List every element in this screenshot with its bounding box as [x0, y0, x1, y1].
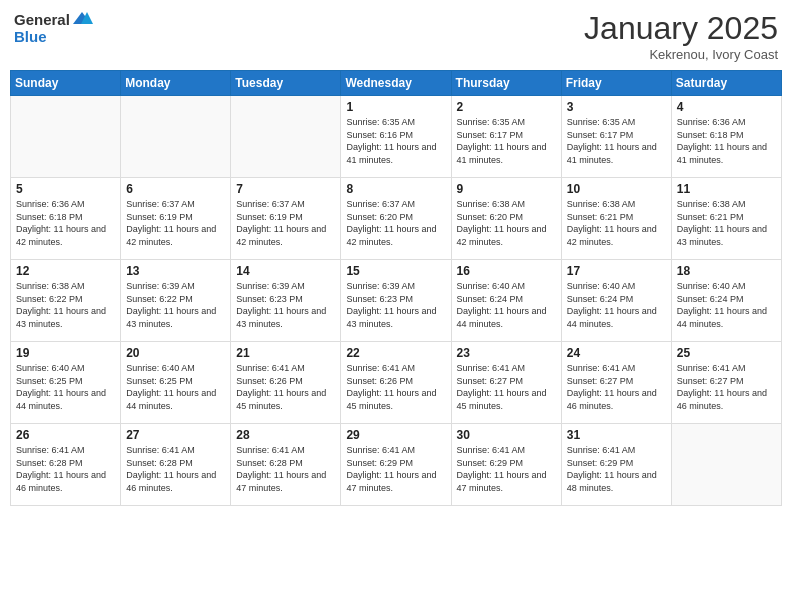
day-number: 5: [16, 182, 115, 196]
day-number: 8: [346, 182, 445, 196]
calendar-cell: 8Sunrise: 6:37 AMSunset: 6:20 PMDaylight…: [341, 178, 451, 260]
calendar-cell: 24Sunrise: 6:41 AMSunset: 6:27 PMDayligh…: [561, 342, 671, 424]
calendar-week-1: 1Sunrise: 6:35 AMSunset: 6:16 PMDaylight…: [11, 96, 782, 178]
logo-icon: [71, 10, 93, 28]
header: General Blue January 2025 Kekrenou, Ivor…: [10, 10, 782, 62]
day-number: 15: [346, 264, 445, 278]
day-info: Sunrise: 6:38 AMSunset: 6:20 PMDaylight:…: [457, 198, 556, 248]
day-number: 10: [567, 182, 666, 196]
day-number: 11: [677, 182, 776, 196]
day-info: Sunrise: 6:35 AMSunset: 6:17 PMDaylight:…: [567, 116, 666, 166]
day-number: 21: [236, 346, 335, 360]
calendar-cell: 31Sunrise: 6:41 AMSunset: 6:29 PMDayligh…: [561, 424, 671, 506]
col-monday: Monday: [121, 71, 231, 96]
day-info: Sunrise: 6:41 AMSunset: 6:26 PMDaylight:…: [346, 362, 445, 412]
day-info: Sunrise: 6:40 AMSunset: 6:25 PMDaylight:…: [16, 362, 115, 412]
day-number: 27: [126, 428, 225, 442]
day-number: 1: [346, 100, 445, 114]
col-friday: Friday: [561, 71, 671, 96]
day-number: 2: [457, 100, 556, 114]
calendar-week-5: 26Sunrise: 6:41 AMSunset: 6:28 PMDayligh…: [11, 424, 782, 506]
day-number: 23: [457, 346, 556, 360]
calendar-cell: 20Sunrise: 6:40 AMSunset: 6:25 PMDayligh…: [121, 342, 231, 424]
day-info: Sunrise: 6:41 AMSunset: 6:27 PMDaylight:…: [457, 362, 556, 412]
day-number: 9: [457, 182, 556, 196]
logo: General Blue: [14, 10, 94, 46]
day-info: Sunrise: 6:38 AMSunset: 6:21 PMDaylight:…: [677, 198, 776, 248]
day-number: 25: [677, 346, 776, 360]
day-number: 20: [126, 346, 225, 360]
calendar-cell: 2Sunrise: 6:35 AMSunset: 6:17 PMDaylight…: [451, 96, 561, 178]
logo-general-text: General: [14, 11, 70, 28]
calendar-cell: 1Sunrise: 6:35 AMSunset: 6:16 PMDaylight…: [341, 96, 451, 178]
day-number: 18: [677, 264, 776, 278]
day-info: Sunrise: 6:35 AMSunset: 6:16 PMDaylight:…: [346, 116, 445, 166]
day-info: Sunrise: 6:39 AMSunset: 6:23 PMDaylight:…: [236, 280, 335, 330]
col-thursday: Thursday: [451, 71, 561, 96]
location-subtitle: Kekrenou, Ivory Coast: [584, 47, 778, 62]
calendar-cell: 27Sunrise: 6:41 AMSunset: 6:28 PMDayligh…: [121, 424, 231, 506]
calendar-week-2: 5Sunrise: 6:36 AMSunset: 6:18 PMDaylight…: [11, 178, 782, 260]
calendar-cell: 14Sunrise: 6:39 AMSunset: 6:23 PMDayligh…: [231, 260, 341, 342]
day-number: 30: [457, 428, 556, 442]
col-wednesday: Wednesday: [341, 71, 451, 96]
day-info: Sunrise: 6:41 AMSunset: 6:28 PMDaylight:…: [126, 444, 225, 494]
day-info: Sunrise: 6:41 AMSunset: 6:27 PMDaylight:…: [677, 362, 776, 412]
day-number: 4: [677, 100, 776, 114]
calendar-cell: 4Sunrise: 6:36 AMSunset: 6:18 PMDaylight…: [671, 96, 781, 178]
calendar-cell: 5Sunrise: 6:36 AMSunset: 6:18 PMDaylight…: [11, 178, 121, 260]
day-info: Sunrise: 6:40 AMSunset: 6:24 PMDaylight:…: [567, 280, 666, 330]
day-number: 7: [236, 182, 335, 196]
day-number: 31: [567, 428, 666, 442]
day-number: 22: [346, 346, 445, 360]
calendar-cell: 15Sunrise: 6:39 AMSunset: 6:23 PMDayligh…: [341, 260, 451, 342]
calendar-cell: 30Sunrise: 6:41 AMSunset: 6:29 PMDayligh…: [451, 424, 561, 506]
calendar-cell: 21Sunrise: 6:41 AMSunset: 6:26 PMDayligh…: [231, 342, 341, 424]
calendar-cell: [231, 96, 341, 178]
col-sunday: Sunday: [11, 71, 121, 96]
day-number: 12: [16, 264, 115, 278]
day-info: Sunrise: 6:41 AMSunset: 6:28 PMDaylight:…: [16, 444, 115, 494]
day-number: 17: [567, 264, 666, 278]
day-info: Sunrise: 6:41 AMSunset: 6:28 PMDaylight:…: [236, 444, 335, 494]
calendar-cell: 7Sunrise: 6:37 AMSunset: 6:19 PMDaylight…: [231, 178, 341, 260]
day-number: 6: [126, 182, 225, 196]
month-title: January 2025: [584, 10, 778, 47]
day-info: Sunrise: 6:40 AMSunset: 6:24 PMDaylight:…: [677, 280, 776, 330]
calendar-table: Sunday Monday Tuesday Wednesday Thursday…: [10, 70, 782, 506]
day-number: 28: [236, 428, 335, 442]
day-info: Sunrise: 6:41 AMSunset: 6:27 PMDaylight:…: [567, 362, 666, 412]
calendar-cell: 13Sunrise: 6:39 AMSunset: 6:22 PMDayligh…: [121, 260, 231, 342]
calendar-cell: 11Sunrise: 6:38 AMSunset: 6:21 PMDayligh…: [671, 178, 781, 260]
day-info: Sunrise: 6:39 AMSunset: 6:23 PMDaylight:…: [346, 280, 445, 330]
day-info: Sunrise: 6:41 AMSunset: 6:29 PMDaylight:…: [567, 444, 666, 494]
day-info: Sunrise: 6:41 AMSunset: 6:29 PMDaylight:…: [346, 444, 445, 494]
col-saturday: Saturday: [671, 71, 781, 96]
day-info: Sunrise: 6:35 AMSunset: 6:17 PMDaylight:…: [457, 116, 556, 166]
day-info: Sunrise: 6:38 AMSunset: 6:21 PMDaylight:…: [567, 198, 666, 248]
calendar-cell: 18Sunrise: 6:40 AMSunset: 6:24 PMDayligh…: [671, 260, 781, 342]
calendar-cell: 12Sunrise: 6:38 AMSunset: 6:22 PMDayligh…: [11, 260, 121, 342]
day-number: 26: [16, 428, 115, 442]
day-info: Sunrise: 6:40 AMSunset: 6:25 PMDaylight:…: [126, 362, 225, 412]
day-number: 16: [457, 264, 556, 278]
day-number: 14: [236, 264, 335, 278]
day-number: 13: [126, 264, 225, 278]
calendar-cell: [121, 96, 231, 178]
calendar-cell: 3Sunrise: 6:35 AMSunset: 6:17 PMDaylight…: [561, 96, 671, 178]
day-info: Sunrise: 6:40 AMSunset: 6:24 PMDaylight:…: [457, 280, 556, 330]
day-info: Sunrise: 6:37 AMSunset: 6:20 PMDaylight:…: [346, 198, 445, 248]
calendar-cell: [11, 96, 121, 178]
day-info: Sunrise: 6:38 AMSunset: 6:22 PMDaylight:…: [16, 280, 115, 330]
calendar-cell: 22Sunrise: 6:41 AMSunset: 6:26 PMDayligh…: [341, 342, 451, 424]
day-info: Sunrise: 6:41 AMSunset: 6:26 PMDaylight:…: [236, 362, 335, 412]
day-info: Sunrise: 6:36 AMSunset: 6:18 PMDaylight:…: [16, 198, 115, 248]
day-info: Sunrise: 6:37 AMSunset: 6:19 PMDaylight:…: [236, 198, 335, 248]
calendar-cell: 16Sunrise: 6:40 AMSunset: 6:24 PMDayligh…: [451, 260, 561, 342]
day-number: 3: [567, 100, 666, 114]
calendar-cell: 26Sunrise: 6:41 AMSunset: 6:28 PMDayligh…: [11, 424, 121, 506]
day-number: 29: [346, 428, 445, 442]
calendar-cell: 6Sunrise: 6:37 AMSunset: 6:19 PMDaylight…: [121, 178, 231, 260]
logo-blue-text: Blue: [14, 28, 47, 45]
calendar-cell: 25Sunrise: 6:41 AMSunset: 6:27 PMDayligh…: [671, 342, 781, 424]
